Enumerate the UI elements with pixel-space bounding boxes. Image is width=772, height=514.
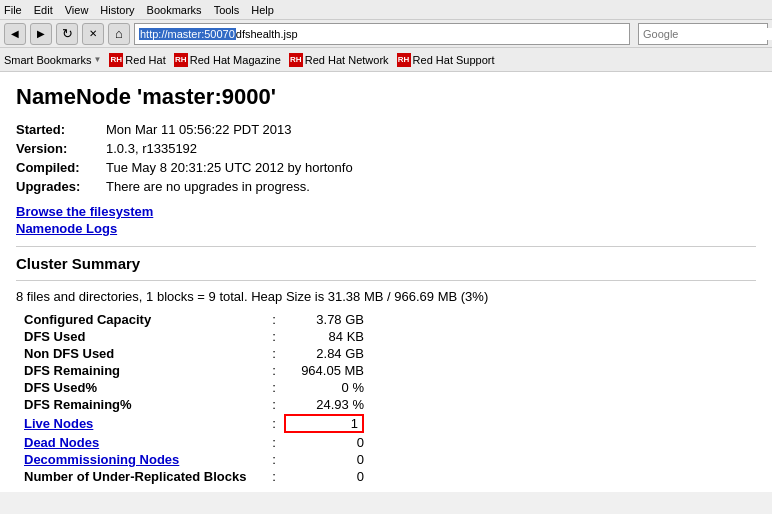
cluster-summary-title: Cluster Summary [16,255,756,272]
colon-0: : [264,312,284,327]
page-content: NameNode 'master:9000' Started: Mon Mar … [0,72,772,492]
namenode-logs-link[interactable]: Namenode Logs [16,221,756,236]
redhat-icon-2: RH [174,53,188,67]
search-bar[interactable]: ▶ [638,23,768,45]
forward-button[interactable]: ▶ [30,23,52,45]
row-live-nodes: Live Nodes : 1 [24,414,444,433]
browse-filesystem-link[interactable]: Browse the filesystem [16,204,756,219]
bookmark-redhat-label: Red Hat [125,54,165,66]
label-dfs-used-pct: DFS Used% [24,380,264,395]
value-live-nodes: 1 [284,414,364,433]
label-decom-nodes: Decommissioning Nodes [24,452,264,467]
colon-7: : [264,435,284,450]
label-configured-capacity: Configured Capacity [24,312,264,327]
version-value: 1.0.3, r1335192 [106,141,197,156]
value-dfs-remaining-pct: 24.93 % [284,397,364,412]
url-protocol: http://master:50070 [139,28,236,40]
row-under-replicated: Number of Under-Replicated Blocks : 0 [24,469,444,484]
row-dead-nodes: Dead Nodes : 0 [24,435,444,450]
stop-button[interactable]: ✕ [82,23,104,45]
label-live-nodes: Live Nodes [24,416,264,431]
value-non-dfs-used: 2.84 GB [284,346,364,361]
links-section: Browse the filesystem Namenode Logs [16,204,756,236]
url-path: dfshealth.jsp [236,28,298,40]
bookmark-smart-arrow: ▼ [93,55,101,64]
bookmark-redhat-magazine[interactable]: RH Red Hat Magazine [174,53,281,67]
divider-2 [16,280,756,281]
redhat-icon-1: RH [109,53,123,67]
info-started: Started: Mon Mar 11 05:56:22 PDT 2013 [16,122,756,137]
label-dfs-remaining: DFS Remaining [24,363,264,378]
info-compiled: Compiled: Tue May 8 20:31:25 UTC 2012 by… [16,160,756,175]
colon-4: : [264,380,284,395]
label-under-replicated: Number of Under-Replicated Blocks [24,469,264,484]
label-dfs-remaining-pct: DFS Remaining% [24,397,264,412]
bookmark-redhat-support-label: Red Hat Support [413,54,495,66]
menu-tools[interactable]: Tools [214,4,240,16]
bookmark-redhat-network[interactable]: RH Red Hat Network [289,53,389,67]
started-value: Mon Mar 11 05:56:22 PDT 2013 [106,122,292,137]
menu-view[interactable]: View [65,4,89,16]
live-nodes-link[interactable]: Live Nodes [24,416,93,431]
colon-9: : [264,469,284,484]
label-non-dfs-used: Non DFS Used [24,346,264,361]
row-decom-nodes: Decommissioning Nodes : 0 [24,452,444,467]
label-dfs-used: DFS Used [24,329,264,344]
page-title: NameNode 'master:9000' [16,84,756,110]
bookmark-redhat-magazine-label: Red Hat Magazine [190,54,281,66]
bookmark-redhat-support[interactable]: RH Red Hat Support [397,53,495,67]
value-dfs-used: 84 KB [284,329,364,344]
home-button[interactable]: ⌂ [108,23,130,45]
bookmark-redhat-network-label: Red Hat Network [305,54,389,66]
bookmark-smart-label: Smart Bookmarks [4,54,91,66]
colon-5: : [264,397,284,412]
colon-2: : [264,346,284,361]
menu-bar: File Edit View History Bookmarks Tools H… [0,0,772,20]
dead-nodes-link[interactable]: Dead Nodes [24,435,99,450]
info-table: Started: Mon Mar 11 05:56:22 PDT 2013 Ve… [16,122,756,194]
value-dfs-used-pct: 0 % [284,380,364,395]
search-input[interactable] [639,28,772,40]
compiled-value: Tue May 8 20:31:25 UTC 2012 by hortonfo [106,160,353,175]
redhat-icon-3: RH [289,53,303,67]
compiled-label: Compiled: [16,160,106,175]
bookmark-redhat[interactable]: RH Red Hat [109,53,165,67]
colon-6: : [264,416,284,431]
row-dfs-used-pct: DFS Used% : 0 % [24,380,444,395]
back-button[interactable]: ◀ [4,23,26,45]
upgrades-label: Upgrades: [16,179,106,194]
version-label: Version: [16,141,106,156]
row-configured-capacity: Configured Capacity : 3.78 GB [24,312,444,327]
row-dfs-remaining-pct: DFS Remaining% : 24.93 % [24,397,444,412]
reload-button[interactable]: ↻ [56,23,78,45]
row-dfs-used: DFS Used : 84 KB [24,329,444,344]
label-dead-nodes: Dead Nodes [24,435,264,450]
value-under-replicated: 0 [284,469,364,484]
menu-edit[interactable]: Edit [34,4,53,16]
info-upgrades: Upgrades: There are no upgrades in progr… [16,179,756,194]
value-dead-nodes: 0 [284,435,364,450]
summary-line: 8 files and directories, 1 blocks = 9 to… [16,289,756,304]
menu-bookmarks[interactable]: Bookmarks [147,4,202,16]
cluster-table: Configured Capacity : 3.78 GB DFS Used :… [24,312,444,484]
started-label: Started: [16,122,106,137]
bookmarks-bar: Smart Bookmarks ▼ RH Red Hat RH Red Hat … [0,48,772,72]
address-bar[interactable]: http://master:50070 dfshealth.jsp [134,23,630,45]
menu-help[interactable]: Help [251,4,274,16]
menu-history[interactable]: History [100,4,134,16]
colon-8: : [264,452,284,467]
row-dfs-remaining: DFS Remaining : 964.05 MB [24,363,444,378]
colon-1: : [264,329,284,344]
menu-file[interactable]: File [4,4,22,16]
divider [16,246,756,247]
info-version: Version: 1.0.3, r1335192 [16,141,756,156]
value-configured-capacity: 3.78 GB [284,312,364,327]
bookmark-smart[interactable]: Smart Bookmarks ▼ [4,54,101,66]
redhat-icon-4: RH [397,53,411,67]
upgrades-value: There are no upgrades in progress. [106,179,310,194]
decom-nodes-link[interactable]: Decommissioning Nodes [24,452,179,467]
nav-bar: ◀ ▶ ↻ ✕ ⌂ http://master:50070 dfshealth.… [0,20,772,48]
row-non-dfs-used: Non DFS Used : 2.84 GB [24,346,444,361]
value-dfs-remaining: 964.05 MB [284,363,364,378]
colon-3: : [264,363,284,378]
